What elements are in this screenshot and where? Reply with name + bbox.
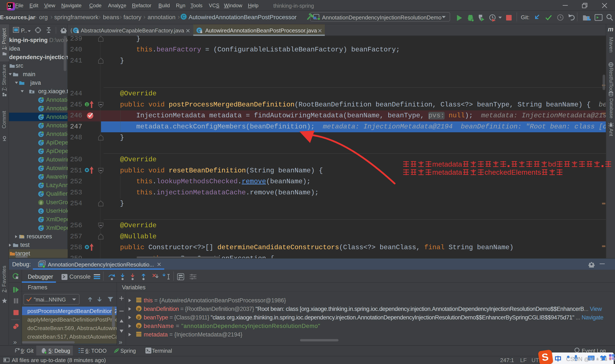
svg-text:C: C [40,209,42,214]
svg-text:IJ: IJ [8,4,11,8]
svg-text:p: p [137,323,140,328]
svg-text:C: C [182,14,185,19]
svg-text:I: I [86,103,88,107]
svg-text:@: @ [40,201,42,205]
svg-text:p: p [137,315,140,320]
svg-text:C: C [75,28,77,33]
svg-text:p: p [137,306,140,311]
svg-text:C: C [198,28,201,33]
svg-text:(: ( [70,27,72,34]
